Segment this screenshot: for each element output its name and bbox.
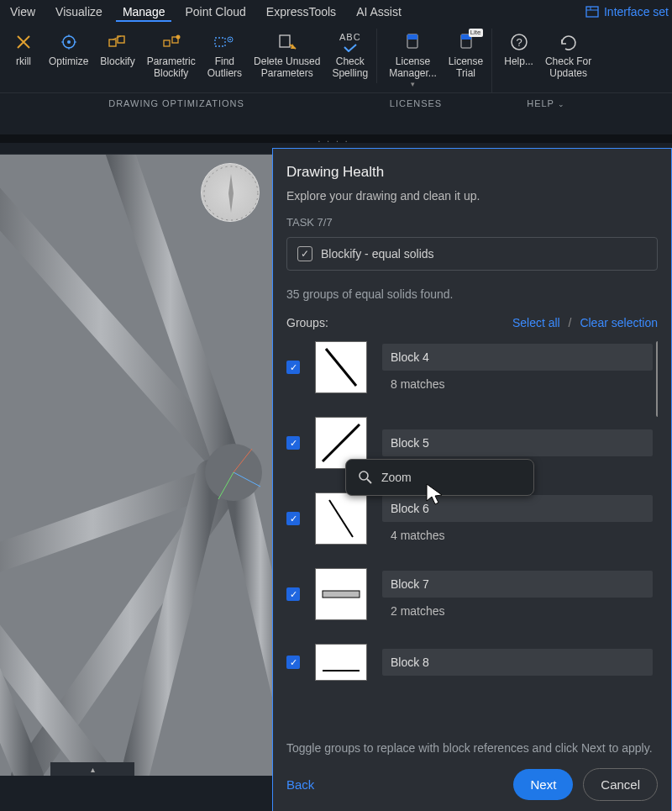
ribbon-label: Blockify (100, 55, 134, 67)
ribbon-find-outliers[interactable]: Find Outliers (202, 29, 247, 83)
separator: / (569, 316, 572, 329)
menu-ai-assist[interactable]: AI Assist (349, 2, 408, 22)
ribbon-label: Check Spelling (332, 55, 368, 80)
group-checkbox[interactable]: ✓ (286, 436, 300, 450)
scrollbar-thumb[interactable] (656, 341, 658, 417)
context-zoom[interactable]: Zoom (381, 471, 412, 484)
abc-badge: ABC (339, 32, 361, 43)
group-checkbox[interactable]: ✓ (286, 361, 300, 374)
found-count: 35 groups of equal solids found. (286, 287, 658, 301)
menu-manage[interactable]: Manage (116, 2, 172, 22)
ribbon-group-licenses: License Manager... ▾ Lite License Trial (381, 29, 492, 92)
groups-list[interactable]: ✓ Block 4 8 matches ✓ Block 5 Zoom (286, 341, 658, 738)
svg-line-37 (323, 424, 360, 461)
ribbon-help[interactable]: ? Help... (499, 29, 538, 71)
group-thumbnail[interactable] (315, 644, 367, 681)
drawing-health-panel: Drawing Health Explore your drawing and … (272, 148, 672, 811)
viewport-3d[interactable]: ▴ (0, 154, 272, 776)
splitter-handle[interactable]: .... (0, 134, 672, 143)
svg-point-38 (360, 471, 368, 480)
svg-marker-35 (228, 174, 234, 213)
license-manager-icon (399, 30, 426, 54)
blockify-icon (104, 30, 131, 54)
group-label-help: HELP ⌄ (479, 98, 613, 108)
select-all-link[interactable]: Select all (512, 316, 560, 329)
check-spelling-icon: ABC (337, 30, 364, 54)
back-button[interactable]: Back (286, 777, 314, 792)
svg-rect-10 (215, 38, 225, 46)
find-outliers-icon (211, 30, 238, 54)
task-check-icon: ✓ (297, 246, 312, 261)
ribbon-label: Optimize (49, 55, 88, 67)
task-box[interactable]: ✓ Blockify - equal solids (286, 237, 658, 271)
optimize-icon (55, 30, 82, 54)
menu-expresstools[interactable]: ExpressTools (260, 2, 343, 22)
group-thumbnail[interactable] (315, 341, 367, 393)
interface-set-link[interactable]: Interface set (585, 5, 669, 18)
group-row[interactable]: ✓ Block 7 2 matches (286, 568, 653, 620)
license-trial-icon: Lite (453, 30, 480, 54)
ribbon-delete-unused-parameters[interactable]: Delete Unused Parameters (249, 29, 325, 83)
menu-view[interactable]: View (3, 2, 42, 22)
svg-text:?: ? (516, 36, 522, 49)
ribbon-parametric-blockify[interactable]: Parametric Blockify (142, 29, 201, 83)
ribbon-label: License Manager... (389, 55, 437, 80)
svg-rect-7 (164, 40, 170, 46)
group-thumbnail[interactable] (315, 492, 367, 545)
compass-icon (202, 164, 260, 223)
svg-rect-41 (323, 591, 360, 598)
zoom-icon (358, 470, 373, 485)
svg-point-12 (229, 39, 231, 40)
ribbon-label: Parametric Blockify (147, 55, 196, 80)
group-matches: 2 matches (382, 598, 653, 618)
cancel-button[interactable]: Cancel (583, 768, 658, 801)
ribbon-group-help: ? Help... Check For Updates (496, 29, 600, 83)
ribbon-check-spelling[interactable]: ABC Check Spelling (327, 29, 373, 83)
svg-line-36 (326, 349, 356, 386)
group-name: Block 5 (382, 429, 653, 456)
group-thumbnail[interactable] (315, 568, 367, 620)
ribbon-blockify[interactable]: Blockify (95, 29, 139, 71)
viewport-collapse-handle[interactable]: ▴ (50, 762, 134, 776)
ribbon-label: Delete Unused Parameters (254, 55, 320, 80)
groups-label: Groups: (286, 316, 328, 329)
view-compass[interactable] (201, 163, 260, 222)
svg-rect-13 (280, 35, 290, 47)
group-row[interactable]: ✓ Block 4 8 matches (286, 341, 653, 393)
panel-title: Drawing Health (286, 164, 658, 181)
ribbon-check-updates[interactable]: Check For Updates (540, 29, 596, 83)
svg-point-9 (176, 35, 180, 39)
menu-visualize[interactable]: Visualize (49, 2, 109, 22)
next-button[interactable]: Next (513, 769, 573, 800)
group-row[interactable]: ✓ Block 8 (286, 644, 653, 681)
svg-rect-5 (109, 39, 116, 46)
ribbon-license-manager[interactable]: License Manager... ▾ (384, 29, 442, 92)
clear-selection-link[interactable]: Clear selection (580, 316, 658, 329)
ribbon-group-drawing-opt: rkill Optimize Blockify Parametric Block… (2, 29, 377, 83)
task-name: Blockify - equal solids (321, 247, 434, 261)
menubar: View Visualize Manage Point Cloud Expres… (0, 0, 672, 24)
updates-icon (555, 30, 582, 54)
svg-rect-15 (407, 34, 417, 39)
menu-point-cloud[interactable]: Point Cloud (178, 2, 252, 22)
group-checkbox[interactable]: ✓ (286, 656, 300, 669)
panel-icon (585, 5, 599, 18)
ribbon-license-trial[interactable]: Lite License Trial (444, 29, 488, 83)
group-checkbox[interactable]: ✓ (286, 587, 300, 601)
ribbon-optimize[interactable]: Optimize (44, 29, 93, 71)
ribbon: rkill Optimize Blockify Parametric Block… (0, 24, 672, 93)
interface-set-label: Interface set (604, 5, 669, 18)
group-row[interactable]: ✓ Block 6 4 matches (286, 492, 653, 545)
ribbon-overkill[interactable]: rkill (5, 29, 42, 71)
parametric-blockify-icon (158, 30, 185, 54)
group-name: Block 8 (382, 649, 653, 676)
group-checkbox[interactable]: ✓ (286, 512, 300, 525)
delete-unused-icon (274, 30, 301, 54)
panel-footer: Back Next Cancel (286, 765, 658, 801)
ribbon-label: Find Outliers (207, 55, 242, 80)
overkill-icon (10, 30, 37, 54)
hint-text: Toggle groups to replace with block refe… (286, 738, 658, 765)
group-label-licenses: LICENSES (353, 98, 479, 108)
help-icon: ? (506, 30, 533, 54)
group-label-drawopt: DRAWING OPTIMIZATIONS (0, 98, 353, 108)
